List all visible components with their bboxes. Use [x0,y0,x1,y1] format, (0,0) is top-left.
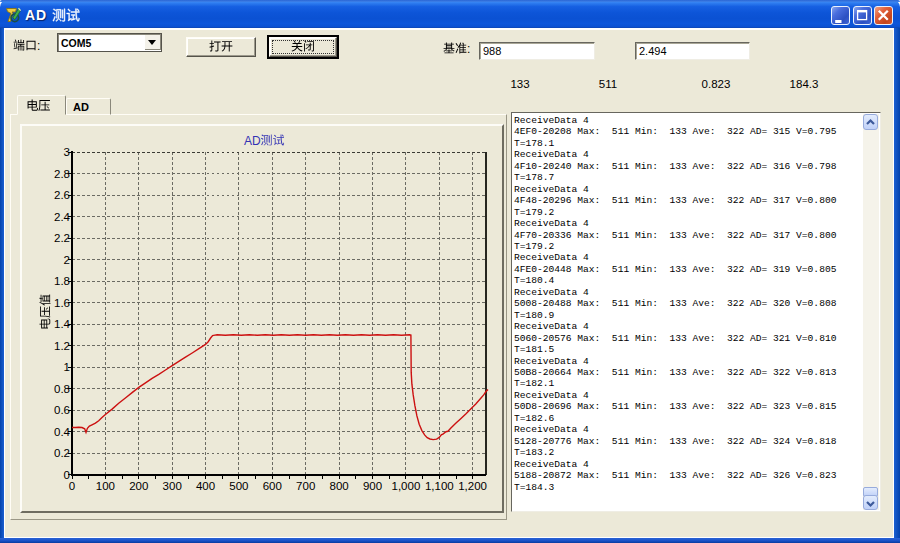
svg-text:0.8: 0.8 [54,383,70,395]
svg-text:1.6: 1.6 [54,297,70,309]
svg-text:2.4: 2.4 [54,211,71,223]
svg-text:600: 600 [263,480,282,492]
svg-text:0.4: 0.4 [54,426,71,438]
svg-text:400: 400 [196,480,215,492]
svg-text:2.2: 2.2 [54,232,70,244]
svg-text:900: 900 [363,480,382,492]
svg-text:1,000: 1,000 [392,480,421,492]
svg-text:200: 200 [129,480,148,492]
svg-text:1.8: 1.8 [54,275,70,287]
svg-text:1.2: 1.2 [54,340,70,352]
svg-text:1,100: 1,100 [425,480,454,492]
svg-text:500: 500 [229,480,248,492]
svg-text:100: 100 [96,480,115,492]
svg-text:1: 1 [64,361,70,373]
svg-text:800: 800 [330,480,349,492]
svg-text:700: 700 [296,480,315,492]
svg-text:2.8: 2.8 [54,168,70,180]
svg-text:AD: AD [244,134,261,148]
svg-text:2.6: 2.6 [54,189,70,201]
svg-text:1.4: 1.4 [54,318,71,330]
svg-text:1,200: 1,200 [458,480,487,492]
svg-text:0.6: 0.6 [54,404,70,416]
svg-text:0: 0 [69,480,75,492]
svg-text:2: 2 [64,254,70,266]
svg-text:300: 300 [163,480,182,492]
svg-text:3: 3 [64,146,70,158]
svg-text:0.2: 0.2 [54,447,70,459]
